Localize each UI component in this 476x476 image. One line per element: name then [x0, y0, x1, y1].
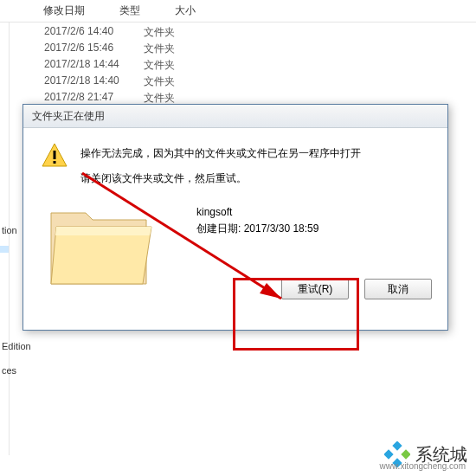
header-size[interactable]: 大小	[175, 3, 196, 18]
cell-type: 文件夹	[144, 25, 213, 40]
folder-in-use-dialog: 文件夹正在使用 操作无法完成，因为其中的文件夹或文件已在另一程序中打开 请关闭该…	[23, 104, 448, 331]
retry-button[interactable]: 重试(R)	[281, 279, 349, 299]
warning-icon	[41, 142, 68, 170]
dialog-title: 文件夹正在使用	[23, 105, 447, 128]
cell-date: 2017/2/18 14:40	[44, 74, 144, 89]
sidebar-item[interactable]: tion	[0, 222, 9, 239]
sidebar-item[interactable]	[0, 246, 9, 253]
cell-type: 文件夹	[144, 42, 213, 56]
table-row[interactable]: 2017/2/18 14:40文件夹	[10, 74, 476, 90]
cell-date: 2017/2/18 14:44	[44, 58, 144, 73]
cell-date: 2017/2/6 14:40	[44, 25, 144, 40]
cell-type: 文件夹	[144, 74, 213, 89]
sidebar-item[interactable]: ces	[0, 362, 9, 379]
header-type[interactable]: 类型	[119, 3, 140, 18]
sidebar: tion Edition ces	[0, 23, 10, 455]
watermark-url: www.xitongcheng.com	[380, 461, 466, 471]
svg-rect-1	[54, 151, 56, 159]
dialog-line2: 请关闭该文件夹或文件，然后重试。	[80, 170, 361, 187]
svg-rect-5	[392, 441, 402, 451]
sidebar-item[interactable]	[0, 239, 9, 246]
dialog-message: 操作无法完成，因为其中的文件夹或文件已在另一程序中打开 请关闭该文件夹或文件，然…	[80, 142, 361, 187]
table-row[interactable]: 2017/2/6 15:46文件夹	[10, 41, 476, 57]
file-info: kingsoft 创建日期: 2017/3/30 18:59	[196, 204, 318, 237]
svg-rect-2	[54, 161, 56, 164]
file-created: 创建日期: 2017/3/30 18:59	[196, 221, 318, 237]
header-modified[interactable]: 修改日期	[43, 3, 85, 18]
cancel-button[interactable]: 取消	[364, 279, 432, 299]
table-row[interactable]: 2017/2/18 14:44文件夹	[10, 57, 476, 74]
file-name: kingsoft	[196, 204, 318, 221]
dialog-line1: 操作无法完成，因为其中的文件夹或文件已在另一程序中打开	[80, 145, 361, 162]
sidebar-item[interactable]	[0, 355, 9, 362]
watermark: 系统城 www.xitongcheng.com	[317, 429, 473, 473]
folder-icon	[44, 197, 157, 293]
table-row[interactable]: 2017/2/6 14:40文件夹	[10, 24, 476, 41]
column-headers: 修改日期 类型 大小	[0, 0, 476, 23]
svg-rect-6	[384, 449, 394, 459]
sidebar-item[interactable]: Edition	[0, 338, 9, 355]
svg-rect-7	[401, 449, 410, 459]
cell-type: 文件夹	[144, 58, 213, 73]
cell-date: 2017/2/6 15:46	[44, 42, 144, 56]
